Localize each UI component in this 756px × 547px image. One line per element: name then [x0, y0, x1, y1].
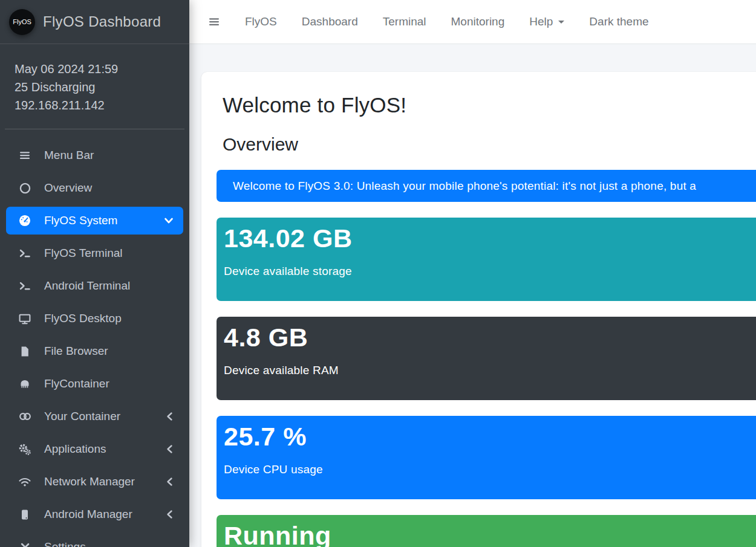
sidebar-item-label: Your Container: [44, 410, 120, 423]
nav-link-help[interactable]: Help: [529, 15, 564, 28]
sidebar-item-settings[interactable]: Settings: [6, 533, 183, 547]
sidebar-menu: Menu BarOverviewFlyOS SystemFlyOS Termin…: [0, 129, 189, 547]
flyos-logo-text: FlyOS: [13, 18, 31, 25]
nav-link-terminal[interactable]: Terminal: [383, 15, 426, 28]
sidebar-item-label: FlyOS Desktop: [44, 312, 122, 325]
nav-link-flyos[interactable]: FlyOS: [245, 15, 277, 28]
sidebar-item-label: Overview: [44, 181, 92, 195]
sidebar-item-android-manager[interactable]: Android Manager: [6, 500, 183, 528]
stat-box-list: 134.02 GBDevice available storage4.8 GBD…: [217, 218, 756, 547]
system-info: May 06 2024 21:59 25 Discharging 192.168…: [0, 44, 189, 114]
sidebar-item-overview[interactable]: Overview: [6, 174, 183, 202]
sidebar-item-label: Android Manager: [44, 508, 132, 521]
sidebar-item-label: FlyOS System: [44, 214, 117, 227]
stat-label: Device available RAM: [224, 364, 756, 377]
page-title: Welcome to FlyOS!: [223, 92, 756, 118]
nav-link-label: FlyOS: [245, 15, 277, 28]
nav-link-label: Dark theme: [589, 15, 648, 28]
wifi-icon: [17, 474, 33, 489]
stat-box-storage: 134.02 GBDevice available storage: [217, 218, 756, 301]
chevron-down-icon: [164, 217, 174, 224]
file-icon: [17, 344, 33, 358]
nav-link-dark-theme[interactable]: Dark theme: [589, 15, 648, 28]
brand[interactable]: FlyOS FlyOS Dashboard: [0, 0, 189, 44]
stat-value: Running: [224, 521, 756, 547]
link-icon: [17, 409, 33, 424]
nav-link-label: Terminal: [383, 15, 426, 28]
sidebar-item-label: Settings: [44, 540, 86, 547]
sidebar-item-label: FlyOS Terminal: [44, 247, 123, 260]
stat-value: 134.02 GB: [224, 224, 756, 253]
chevron-left-icon: [166, 412, 174, 421]
tachometer-icon: [17, 213, 33, 228]
chevron-left-icon: [166, 510, 174, 519]
sidebar-item-label: Network Manager: [44, 475, 135, 488]
section-title: Overview: [223, 132, 756, 157]
chevron-left-icon: [166, 444, 174, 454]
sidebar-item-label: File Browser: [44, 345, 108, 358]
nav-link-dashboard[interactable]: Dashboard: [302, 15, 358, 28]
sidebar-item-flycontainer[interactable]: FlyContainer: [6, 370, 183, 398]
nav-link-label: Monitoring: [451, 15, 505, 28]
chevron-left-icon: [166, 477, 174, 487]
bars-icon: [17, 148, 33, 163]
nav-link-label: Help: [529, 15, 553, 28]
app-root: FlyOS FlyOS Dashboard May 06 2024 21:59 …: [0, 0, 756, 547]
content-area: Welcome to FlyOS! Overview Welcome to Fl…: [189, 44, 756, 547]
ip-address-text: 192.168.211.142: [15, 96, 189, 114]
sidebar-item-flyos-terminal[interactable]: FlyOS Terminal: [6, 239, 183, 267]
stat-box-status: Running: [217, 515, 756, 547]
container-icon: [17, 377, 33, 391]
sidebar-item-label: Applications: [44, 442, 106, 456]
brand-title: FlyOS Dashboard: [43, 13, 161, 30]
flyos-logo: FlyOS: [9, 9, 35, 35]
sidebar-item-applications[interactable]: Applications: [6, 435, 183, 463]
nav-link-label: Dashboard: [302, 15, 358, 28]
datetime-text: May 06 2024 21:59: [15, 60, 189, 78]
terminal-icon: [17, 279, 33, 293]
nav-link-monitoring[interactable]: Monitoring: [451, 15, 505, 28]
stat-value: 4.8 GB: [224, 323, 756, 352]
main-area: FlyOSDashboardTerminalMonitoringHelpDark…: [189, 0, 756, 547]
welcome-alert: Welcome to FlyOS 3.0: Unleash your mobil…: [217, 170, 756, 202]
sidebar-item-android-terminal[interactable]: Android Terminal: [6, 272, 183, 300]
sidebar-item-flyos-system[interactable]: FlyOS System: [6, 207, 183, 235]
stat-value: 25.7 %: [224, 422, 756, 451]
circle-outline-icon: [17, 181, 33, 195]
sidebar-item-file-browser[interactable]: File Browser: [6, 337, 183, 365]
caret-down-icon: [558, 21, 564, 27]
sidebar-item-label: Menu Bar: [44, 149, 94, 162]
dashboard-card: Welcome to FlyOS! Overview Welcome to Fl…: [201, 72, 756, 547]
sidebar-item-your-container[interactable]: Your Container: [6, 403, 183, 430]
sidebar-item-network-manager[interactable]: Network Manager: [6, 468, 183, 496]
battery-status-text: 25 Discharging: [15, 78, 189, 96]
tools-icon: [17, 540, 33, 547]
stat-label: Device available storage: [224, 265, 756, 278]
stat-box-cpu: 25.7 %Device CPU usage: [217, 416, 756, 499]
desktop-icon: [17, 311, 33, 326]
hamburger-icon[interactable]: [207, 16, 221, 28]
sidebar-item-label: Android Terminal: [44, 279, 130, 293]
top-navbar-links: FlyOSDashboardTerminalMonitoringHelpDark…: [245, 15, 674, 28]
stat-box-ram: 4.8 GBDevice available RAM: [217, 317, 756, 400]
stat-label: Device CPU usage: [224, 463, 756, 476]
top-navbar: FlyOSDashboardTerminalMonitoringHelpDark…: [189, 0, 756, 44]
sidebar-item-flyos-desktop[interactable]: FlyOS Desktop: [6, 305, 183, 332]
gears-icon: [17, 442, 33, 456]
mobile-icon: [17, 507, 33, 522]
sidebar-item-menu-bar[interactable]: Menu Bar: [6, 141, 183, 169]
terminal-icon: [17, 246, 33, 261]
sidebar-item-label: FlyContainer: [44, 377, 109, 390]
sidebar: FlyOS FlyOS Dashboard May 06 2024 21:59 …: [0, 0, 189, 547]
